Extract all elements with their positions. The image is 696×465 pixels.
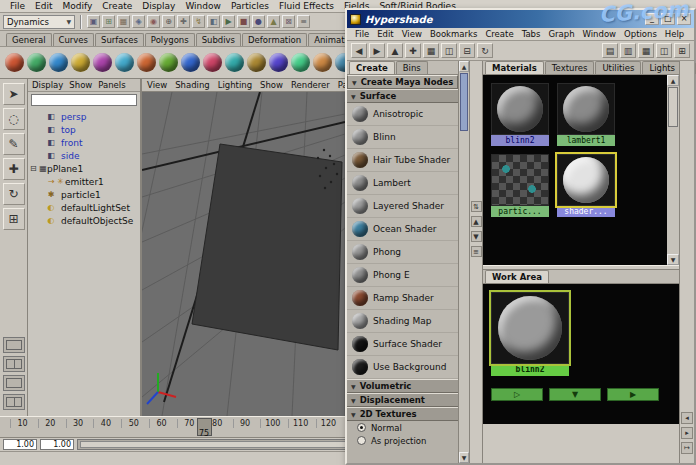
status-icon[interactable]: ▦ (117, 15, 130, 28)
scroll-down-icon[interactable]: ▼ (459, 452, 469, 463)
shader-list-item[interactable]: Ramp Shader (347, 287, 458, 310)
create-panel-tab[interactable]: Bins (396, 61, 428, 74)
hypershade-menu-item[interactable]: Help (661, 29, 688, 39)
hypershade-menu-item[interactable]: Options (620, 29, 661, 39)
shelf-tool-icon[interactable] (27, 53, 46, 72)
shelf-tool-icon[interactable] (203, 53, 222, 72)
material-swatch[interactable]: lambert1 (557, 83, 615, 146)
node-section-header[interactable]: ▼ Displacement (347, 393, 458, 407)
scrollbar-track[interactable] (459, 132, 469, 452)
status-icon[interactable]: ⊕ (162, 15, 175, 28)
menu-item[interactable]: Edit (31, 1, 56, 11)
menu-item[interactable]: Modify (59, 1, 97, 11)
status-icon[interactable]: ≡ (297, 15, 310, 28)
hypershade-titlebar[interactable]: Hypershade _□× (347, 10, 694, 28)
shelf-tool-icon[interactable] (93, 53, 112, 72)
outliner-item[interactable]: ⊟ ▦ pPlane1 (28, 162, 140, 175)
shelf-tab[interactable]: Polygons (145, 33, 195, 46)
shader-list-item[interactable]: Hair Tube Shader (347, 149, 458, 172)
shelf-tool-icon[interactable] (71, 53, 90, 72)
node-section-header[interactable]: ▼ 2D Textures (347, 407, 458, 421)
hypershade-menu-item[interactable]: File (351, 29, 373, 39)
tool-icon[interactable]: ◌ (3, 108, 25, 130)
hypershade-menu-item[interactable]: Tabs (518, 29, 545, 39)
node-section-header[interactable]: ▼ Volumetric (347, 379, 458, 393)
swatch-control-button[interactable]: ▼ (549, 388, 601, 401)
shelf-tool-icon[interactable] (225, 53, 244, 72)
materials-scrollbar[interactable]: ▲ ▼ (667, 75, 679, 265)
pane-arrow-icon[interactable]: ◂ (681, 412, 693, 424)
shelf-tool-icon[interactable] (269, 53, 288, 72)
material-swatch[interactable]: partic... (491, 154, 549, 217)
status-icon[interactable]: ↯ (192, 15, 205, 28)
outliner-item[interactable]: ◐ defaultLightSet (28, 201, 140, 214)
scroll-down-icon[interactable]: ▼ (667, 254, 679, 265)
create-panel-tab[interactable]: Create (349, 61, 395, 74)
shelf-tab[interactable]: Subdivs (196, 33, 241, 46)
outliner-item[interactable]: ✱ particle1 (28, 188, 140, 201)
window-control-button[interactable]: _ (645, 13, 659, 25)
menuset-dropdown[interactable]: Dynamics ▼ (3, 15, 75, 29)
work-area-node[interactable]: blinn2 (491, 292, 569, 376)
outliner-menu-item[interactable]: Show (69, 80, 92, 90)
status-icon[interactable]: ⊞ (102, 15, 115, 28)
status-icon[interactable]: ◉ (147, 15, 160, 28)
shelf-tab[interactable]: Curves (53, 33, 95, 46)
create-list-scrollbar[interactable]: ▲ ▼ (459, 61, 470, 463)
shelf-tool-icon[interactable] (291, 53, 310, 72)
outliner-item[interactable]: ◧ top (28, 123, 140, 136)
tool-icon[interactable]: ⊞ (3, 208, 25, 230)
outliner-menu-item[interactable]: Display (32, 80, 63, 90)
menu-item[interactable]: Window (181, 1, 225, 11)
status-icon[interactable]: ■ (237, 15, 250, 28)
toolbar-icon[interactable]: ◫ (441, 43, 457, 58)
shelf-tab[interactable]: Surfaces (95, 33, 144, 46)
toolbar-icon[interactable]: ◀ (351, 43, 367, 58)
materials-tab[interactable]: Textures (545, 61, 595, 74)
radio-option[interactable]: As projection (347, 434, 458, 447)
menu-item[interactable]: Create (98, 1, 136, 11)
status-icon[interactable]: ✚ (177, 15, 190, 28)
shelf-tool-icon[interactable] (49, 53, 68, 72)
shader-list-item[interactable]: Lambert (347, 172, 458, 195)
outliner-item[interactable]: ◧ persp (28, 110, 140, 123)
hypershade-menu-item[interactable]: Bookmarks (426, 29, 482, 39)
shelf-tab[interactable]: General (6, 33, 52, 46)
hypershade-menu-item[interactable]: Graph (544, 29, 578, 39)
viewport-menu-item[interactable]: View (147, 80, 167, 90)
shader-list-item[interactable]: Phong (347, 241, 458, 264)
materials-tab[interactable]: Lights (642, 61, 682, 74)
shelf-tool-icon[interactable] (159, 53, 178, 72)
menu-item[interactable]: Fluid Effects (275, 1, 338, 11)
layout-outliner-persp-button[interactable] (3, 394, 25, 410)
layout-four-pane-button[interactable] (3, 375, 25, 391)
tool-icon[interactable]: ✎ (3, 133, 25, 155)
shelf-tool-icon[interactable] (5, 53, 24, 72)
status-icon[interactable]: ◧ (207, 15, 220, 28)
status-icon[interactable]: ▣ (87, 15, 100, 28)
shelf-tool-icon[interactable] (181, 53, 200, 72)
window-control-button[interactable]: □ (661, 13, 675, 25)
hypershade-menu-item[interactable]: View (398, 29, 426, 39)
status-icon[interactable]: ▶ (222, 15, 235, 28)
toolbar-view-icon[interactable]: ◫ (656, 43, 672, 58)
swatch-control-button[interactable]: ▷ (491, 388, 543, 401)
status-icon[interactable]: ▲ (267, 15, 280, 28)
outliner-filter-input[interactable] (31, 94, 137, 106)
shelf-tool-icon[interactable] (313, 53, 332, 72)
tool-icon[interactable]: ➤ (3, 83, 25, 105)
status-icon[interactable]: ● (252, 15, 265, 28)
shader-list-item[interactable]: Phong E (347, 264, 458, 287)
scrollbar-thumb[interactable] (668, 87, 678, 127)
viewport-menu-item[interactable]: Renderer (291, 80, 330, 90)
layout-two-pane-button[interactable] (3, 356, 25, 372)
outliner-menu-item[interactable]: Panels (98, 80, 125, 90)
outliner-item[interactable]: → ✳ emitter1 (28, 175, 140, 188)
toolbar-icon[interactable]: ▲ (387, 43, 403, 58)
shelf-tool-icon[interactable] (247, 53, 266, 72)
menu-item[interactable]: Particles (227, 1, 273, 11)
sort-filter-icon[interactable]: ≡ (471, 246, 482, 257)
toolbar-icon[interactable]: ⊟ (459, 43, 475, 58)
layout-single-button[interactable] (3, 337, 25, 353)
sort-filter-icon[interactable]: ⇅ (471, 201, 482, 212)
